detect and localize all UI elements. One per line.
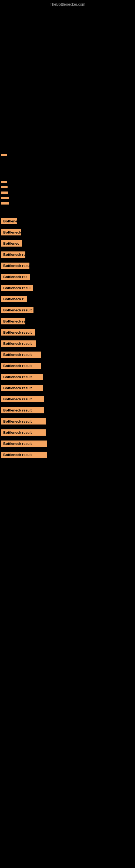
bottleneck-bar-19: Bottleneck result bbox=[1, 351, 41, 358]
bottleneck-bar-11: Bottleneck result bbox=[1, 262, 30, 269]
bottleneck-bar-3 bbox=[1, 186, 8, 188]
bottleneck-bar-6 bbox=[1, 203, 9, 205]
bottleneck-bar-27: Bottleneck result bbox=[1, 440, 47, 447]
bottleneck-bar-16: Bottleneck res bbox=[1, 318, 26, 324]
bottleneck-bar-4 bbox=[1, 191, 8, 194]
bottleneck-bar-8: Bottleneck r bbox=[1, 229, 21, 236]
bottleneck-bar-25: Bottleneck result bbox=[1, 418, 46, 425]
bottleneck-bar-9: Bottlenec bbox=[1, 240, 22, 247]
bottleneck-bar-23: Bottleneck result bbox=[1, 396, 44, 402]
bottleneck-bar-26: Bottleneck result bbox=[1, 429, 46, 436]
bottleneck-bar-15: Bottleneck result bbox=[1, 307, 34, 313]
bottleneck-bar-5 bbox=[1, 197, 9, 199]
bottleneck-bar-13: Bottleneck resul bbox=[1, 285, 33, 291]
bottleneck-bar-20: Bottleneck result bbox=[1, 363, 41, 369]
bottleneck-bar-21: Bottleneck result bbox=[1, 374, 43, 380]
bottleneck-bar-2 bbox=[1, 181, 7, 183]
bottleneck-bar-17: Bottleneck result bbox=[1, 329, 35, 336]
bottleneck-bar-7: Bottlene bbox=[1, 218, 17, 224]
site-title: TheBottlenecker.com bbox=[0, 0, 135, 8]
bottleneck-bar-28: Bottleneck result bbox=[1, 452, 47, 458]
bottleneck-bar-1 bbox=[1, 154, 7, 156]
bottleneck-bar-14: Bottleneck r bbox=[1, 296, 27, 302]
bars-container: BottleneBottleneck rBottlenecBottleneck … bbox=[0, 154, 135, 458]
bottleneck-bar-22: Bottleneck result bbox=[1, 385, 43, 391]
bottleneck-bar-10: Bottleneck res bbox=[1, 251, 26, 258]
bottleneck-bar-24: Bottleneck result bbox=[1, 407, 44, 413]
bottleneck-bar-12: Bottleneck res bbox=[1, 274, 30, 280]
bottleneck-bar-18: Bottleneck result bbox=[1, 340, 36, 347]
